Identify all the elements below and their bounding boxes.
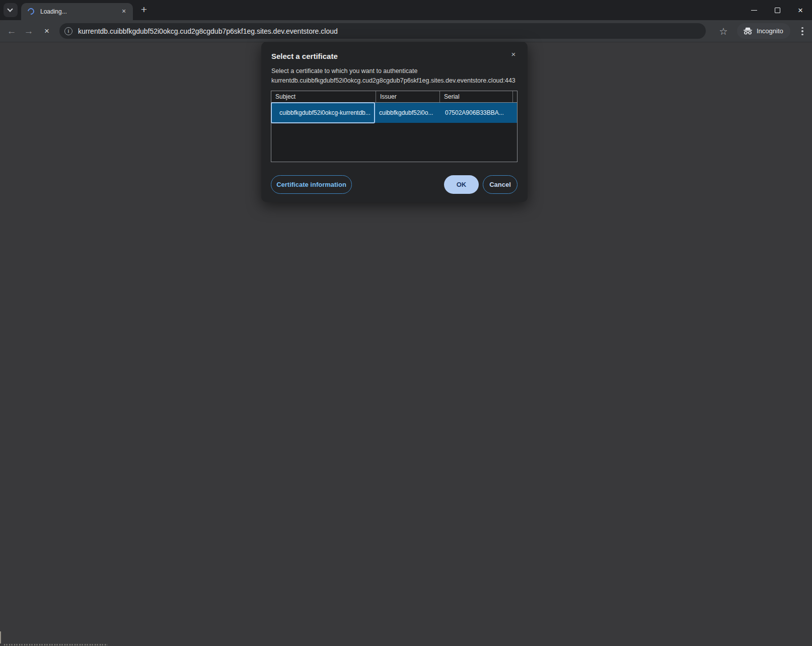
bookmark-star-icon[interactable]: ☆ xyxy=(716,20,731,42)
dialog-close-icon[interactable]: × xyxy=(508,49,519,59)
status-bubble-text-clipped xyxy=(4,644,107,645)
minimize-icon xyxy=(751,10,757,11)
incognito-label: Incognito xyxy=(757,27,783,35)
cancel-button[interactable]: Cancel xyxy=(483,175,518,194)
tab-title: Loading... xyxy=(40,8,67,15)
tab-strip: Loading... × + × xyxy=(0,0,812,20)
browser-window: Loading... × + × ← → × i kurrentdb.cuibb… xyxy=(0,0,812,646)
new-tab-button[interactable]: + xyxy=(137,3,151,17)
address-bar[interactable]: i kurrentdb.cuibbfkgdubf52i0okcg.cud2g8c… xyxy=(59,23,706,39)
close-icon: × xyxy=(798,6,803,15)
dialog-title: Select a certificate xyxy=(271,52,338,60)
minimize-button[interactable] xyxy=(743,0,766,20)
status-bubble-edge xyxy=(0,631,1,643)
tab-loading[interactable]: Loading... × xyxy=(21,3,133,20)
tab-close-icon[interactable]: × xyxy=(119,7,128,16)
certificate-table: Subject Issuer Serial cuibbfkgdubf52i0ok… xyxy=(271,91,518,162)
url-text[interactable]: kurrentdb.cuibbfkgdubf52i0okcg.cud2g8cgd… xyxy=(78,27,338,35)
cell-subject[interactable]: cuibbfkgdubf52i0okcg-kurrentdb... xyxy=(271,102,375,123)
page-info-icon[interactable]: i xyxy=(64,27,72,35)
browser-menu-icon[interactable] xyxy=(795,20,809,42)
cell-serial[interactable]: 07502A906B33BBA... xyxy=(439,103,512,123)
column-header-serial[interactable]: Serial xyxy=(439,91,512,102)
incognito-icon xyxy=(743,27,753,35)
dialog-description: Select a certificate to which you want t… xyxy=(271,67,417,75)
loading-spinner-icon xyxy=(26,7,35,16)
forward-button[interactable]: → xyxy=(20,20,37,42)
maximize-button[interactable] xyxy=(766,0,789,20)
incognito-badge: Incognito xyxy=(737,23,790,39)
maximize-icon xyxy=(775,8,780,13)
table-header-row: Subject Issuer Serial xyxy=(271,91,517,103)
certificate-information-button[interactable]: Certificate information xyxy=(271,175,352,194)
certificate-row-selected[interactable]: cuibbfkgdubf52i0okcg-kurrentdb... cuibbf… xyxy=(271,103,517,123)
tab-search-button[interactable] xyxy=(4,3,18,17)
navigation-toolbar: ← → × i kurrentdb.cuibbfkgdubf52i0okcg.c… xyxy=(0,20,812,42)
close-window-button[interactable]: × xyxy=(789,0,812,20)
select-certificate-dialog: Select a certificate × Select a certific… xyxy=(261,42,528,202)
ok-button[interactable]: OK xyxy=(444,175,479,194)
column-header-spacer xyxy=(512,91,517,102)
cell-issuer[interactable]: cuibbfkgdubf52i0o... xyxy=(375,103,439,123)
stop-loading-button[interactable]: × xyxy=(38,20,55,42)
column-header-subject[interactable]: Subject xyxy=(271,91,376,102)
chevron-down-icon xyxy=(7,6,13,12)
window-controls: × xyxy=(743,0,812,20)
back-button[interactable]: ← xyxy=(3,20,20,42)
dialog-host: kurrentdb.cuibbfkgdubf52i0okcg.cud2g8cgd… xyxy=(271,77,515,84)
column-header-issuer[interactable]: Issuer xyxy=(376,91,439,102)
